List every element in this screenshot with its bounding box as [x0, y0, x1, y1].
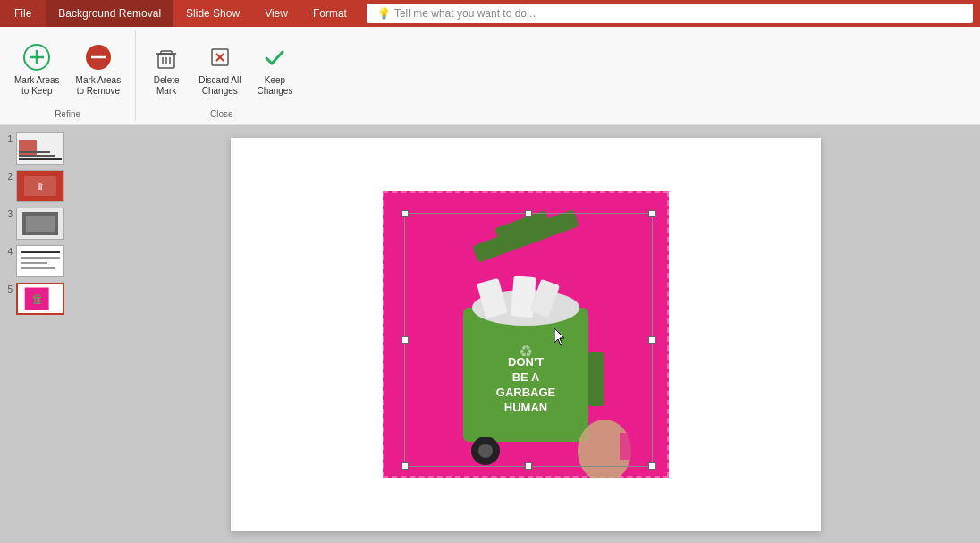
- slide-img-3: [16, 208, 64, 240]
- svg-rect-25: [17, 246, 63, 276]
- refine-group-label: Refine: [0, 109, 135, 119]
- slide-thumb-1[interactable]: 1: [4, 132, 68, 165]
- search-placeholder: Tell me what you want to do...: [394, 7, 536, 20]
- slide-panel: 1 2 🗑 3: [0, 125, 72, 543]
- slide-img-1: [16, 132, 64, 165]
- tab-view-label: View: [265, 7, 288, 20]
- slide-thumb-3[interactable]: 3: [4, 208, 68, 240]
- tab-format-label: Format: [313, 7, 347, 20]
- keep-changes-label: KeepChanges: [257, 75, 292, 97]
- tab-format[interactable]: Format: [300, 0, 359, 27]
- tab-slide-show-label: Slide Show: [186, 7, 240, 20]
- tab-background-removal[interactable]: Background Removal: [46, 0, 173, 27]
- tab-file[interactable]: File: [0, 0, 46, 27]
- mark-areas-to-keep-button[interactable]: Mark Areasto Keep: [7, 38, 67, 100]
- svg-text:HUMAN: HUMAN: [504, 401, 547, 414]
- lightbulb-icon: 💡: [377, 7, 391, 20]
- svg-point-37: [478, 444, 493, 458]
- slide-num-4: 4: [4, 247, 13, 257]
- tab-slide-show[interactable]: Slide Show: [173, 0, 252, 27]
- slide-canvas: DON'T BE A GARBAGE HUMAN ♻: [231, 138, 821, 531]
- discard-label: Discard AllChanges: [199, 75, 241, 97]
- svg-rect-26: [21, 251, 60, 253]
- svg-rect-38: [588, 352, 604, 406]
- keep-changes-icon: [258, 41, 291, 73]
- slide-img-2: 🗑: [16, 170, 64, 202]
- ribbon-group-refine: Mark Areasto Keep Mark Areasto Remove Re…: [0, 30, 136, 121]
- slide-thumb-2[interactable]: 2 🗑: [4, 170, 68, 202]
- mark-keep-icon: [21, 41, 53, 73]
- discard-all-changes-button[interactable]: Discard AllChanges: [191, 38, 248, 100]
- mark-keep-label: Mark Areasto Keep: [14, 75, 60, 97]
- slide-num-2: 2: [4, 172, 13, 182]
- svg-rect-17: [19, 155, 55, 157]
- delete-mark-label: DeleteMark: [154, 75, 180, 97]
- svg-rect-27: [21, 257, 60, 259]
- svg-rect-24: [26, 216, 55, 232]
- delete-mark-button[interactable]: DeleteMark: [143, 38, 190, 100]
- ribbon-bar: Mark Areasto Keep Mark Areasto Remove Re…: [0, 27, 980, 125]
- slide-img-4: [16, 245, 64, 277]
- keep-changes-button[interactable]: KeepChanges: [249, 38, 300, 100]
- canvas-area: DON'T BE A GARBAGE HUMAN ♻: [72, 125, 980, 543]
- tab-view[interactable]: View: [252, 0, 300, 27]
- ribbon-tabs: File Background Removal Slide Show View …: [0, 0, 980, 27]
- slide-img-5: 🗑: [16, 283, 64, 315]
- main-layout: 1 2 🗑 3: [0, 125, 980, 543]
- close-buttons: DeleteMark Discard AllChanges: [143, 30, 300, 121]
- svg-rect-16: [19, 158, 62, 160]
- image-container[interactable]: DON'T BE A GARBAGE HUMAN ♻: [383, 191, 669, 478]
- close-group-label: Close: [136, 109, 307, 119]
- tab-file-label: File: [14, 7, 31, 20]
- svg-text:♻: ♻: [519, 343, 533, 361]
- tab-background-removal-label: Background Removal: [58, 7, 161, 20]
- discard-icon: [204, 41, 236, 73]
- refine-buttons: Mark Areasto Keep Mark Areasto Remove: [7, 30, 128, 121]
- svg-rect-29: [21, 267, 55, 269]
- svg-text:🗑: 🗑: [37, 182, 44, 191]
- slide-num-1: 1: [4, 134, 13, 144]
- mark-remove-label: Mark Areasto Remove: [76, 75, 122, 97]
- svg-rect-15: [19, 140, 37, 157]
- slide-thumb-4[interactable]: 4: [4, 245, 68, 277]
- svg-text:🗑: 🗑: [31, 293, 43, 306]
- ribbon-group-close: DeleteMark Discard AllChanges: [136, 30, 307, 121]
- svg-rect-18: [19, 151, 50, 153]
- delete-mark-icon: [150, 41, 182, 73]
- slide-thumb-5[interactable]: 5 🗑: [4, 283, 68, 315]
- mark-remove-icon: [82, 41, 114, 73]
- svg-rect-49: [620, 433, 646, 460]
- svg-text:GARBAGE: GARBAGE: [496, 386, 556, 399]
- trash-can-image: DON'T BE A GARBAGE HUMAN ♻: [383, 191, 669, 478]
- mark-areas-to-remove-button[interactable]: Mark Areasto Remove: [69, 38, 129, 100]
- svg-rect-28: [21, 262, 47, 264]
- slide-num-5: 5: [4, 284, 13, 294]
- svg-text:BE A: BE A: [512, 370, 540, 384]
- search-box[interactable]: 💡 Tell me what you want to do...: [367, 4, 973, 23]
- slide-num-3: 3: [4, 209, 13, 219]
